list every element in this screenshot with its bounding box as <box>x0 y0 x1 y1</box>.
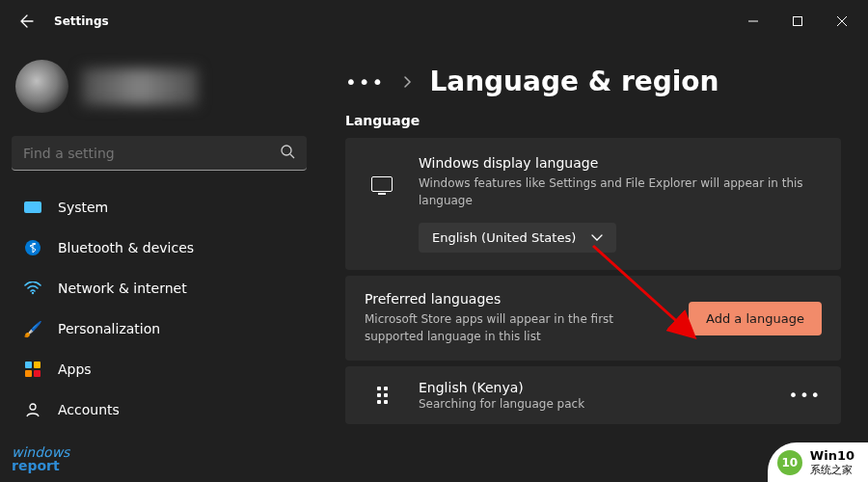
apps-icon <box>23 360 42 379</box>
svg-rect-0 <box>794 17 802 26</box>
sidebar-item-label: Bluetooth & devices <box>58 240 194 255</box>
sidebar-item-label: System <box>58 200 108 215</box>
titlebar: Settings <box>0 0 868 42</box>
watermark-badge: 10 <box>777 450 802 475</box>
language-entry-more-button[interactable]: ••• <box>789 387 822 405</box>
language-entry-title: English (Kenya) <box>419 380 584 395</box>
preferred-languages-card: Preferred languages Microsoft Store apps… <box>345 276 841 361</box>
display-language-subtitle: Windows features like Settings and File … <box>419 174 804 209</box>
settings-window: Settings System <box>0 0 868 482</box>
watermark-win10home: 10 Win10 系统之家 <box>768 442 868 482</box>
preferred-languages-subtitle: Microsoft Store apps will appear in the … <box>365 310 654 345</box>
maximize-icon <box>793 16 802 26</box>
sidebar-item-label: Accounts <box>58 402 120 417</box>
sidebar-item-personalization[interactable]: 🖌️ Personalization <box>12 309 307 348</box>
minimize-button[interactable] <box>731 6 775 37</box>
avatar <box>15 60 68 113</box>
page-title: Language & region <box>429 66 719 97</box>
watermark-text: Win10 系统之家 <box>810 448 854 476</box>
profile-name-redacted <box>82 68 198 105</box>
add-language-button[interactable]: Add a language <box>689 302 822 335</box>
svg-point-2 <box>32 292 34 294</box>
display-language-value: English (United States) <box>432 230 576 245</box>
sidebar: System Bluetooth & devices Network & int… <box>0 42 318 482</box>
display-language-card: Windows display language Windows feature… <box>345 138 841 270</box>
sidebar-item-label: Network & internet <box>58 281 187 296</box>
app-title: Settings <box>54 14 109 28</box>
language-entry-card[interactable]: English (Kenya) Searching for language p… <box>345 366 841 424</box>
close-button[interactable] <box>820 6 864 37</box>
profile-block[interactable] <box>12 54 307 128</box>
sidebar-item-system[interactable]: System <box>12 188 307 227</box>
search-icon <box>280 144 295 159</box>
watermark-windowsreport: windowsreport <box>12 445 69 472</box>
preferred-languages-title: Preferred languages <box>365 291 669 307</box>
person-icon <box>23 400 42 419</box>
svg-point-1 <box>282 146 291 155</box>
maximize-button[interactable] <box>775 6 820 37</box>
bluetooth-icon <box>23 238 42 257</box>
sidebar-item-accounts[interactable]: Accounts <box>12 390 307 429</box>
sidebar-item-network[interactable]: Network & internet <box>12 269 307 308</box>
sidebar-item-label: Personalization <box>58 321 160 336</box>
language-entry-subtitle: Searching for language pack <box>419 397 584 411</box>
display-language-title: Windows display language <box>419 155 822 171</box>
breadcrumb-more[interactable]: ••• <box>345 70 385 94</box>
svg-point-3 <box>30 404 36 410</box>
breadcrumb: ••• Language & region <box>345 66 841 97</box>
sidebar-item-bluetooth[interactable]: Bluetooth & devices <box>12 228 307 267</box>
sidebar-search <box>12 136 307 171</box>
sidebar-item-apps[interactable]: Apps <box>12 350 307 388</box>
wifi-icon <box>23 279 42 298</box>
section-heading-language: Language <box>345 113 841 128</box>
body: System Bluetooth & devices Network & int… <box>0 42 868 482</box>
drag-handle-icon[interactable] <box>365 387 399 404</box>
sidebar-item-label: Apps <box>58 362 92 377</box>
back-button[interactable] <box>8 2 46 40</box>
system-icon <box>23 198 42 217</box>
search-input[interactable] <box>12 136 307 171</box>
window-controls <box>731 6 864 37</box>
monitor-icon <box>365 155 399 192</box>
main-content[interactable]: ••• Language & region Language Windows d… <box>318 42 868 482</box>
arrow-left-icon <box>19 13 35 29</box>
chevron-right-icon <box>402 75 412 89</box>
paintbrush-icon: 🖌️ <box>23 319 42 338</box>
display-language-select[interactable]: English (United States) <box>419 223 616 253</box>
sidebar-nav: System Bluetooth & devices Network & int… <box>12 188 307 429</box>
minimize-icon <box>748 16 758 26</box>
close-icon <box>837 16 847 26</box>
chevron-down-icon <box>591 234 603 242</box>
